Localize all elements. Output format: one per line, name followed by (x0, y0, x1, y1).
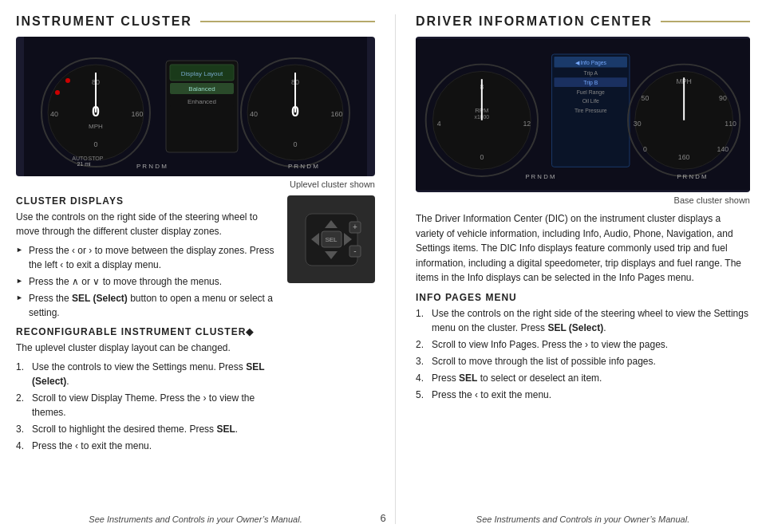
step-4: Press the ‹ to exit the menu. (16, 439, 279, 453)
info-step-2: Scroll to view Info Pages. Press the › t… (416, 337, 750, 352)
cluster-displays-body: Use the controls on the right side of th… (16, 210, 279, 238)
svg-text:+: + (353, 223, 357, 231)
cluster-bullet-list: Press the ‹ or › to move between the dis… (16, 243, 279, 320)
svg-text:4: 4 (437, 120, 441, 128)
dic-description: The Driver Information Center (DIC) on t… (416, 211, 750, 286)
reconfigurable-title: RECONFIGURABLE INSTRUMENT CLUSTER◆ (16, 326, 279, 337)
svg-text:P R N D M: P R N D M (525, 173, 555, 180)
svg-text:160: 160 (330, 110, 342, 118)
left-column: INSTRUMENT CLUSTER 80 0 40 160 0 MPH (16, 14, 375, 524)
cluster-displays-title: CLUSTER DISPLAYS (16, 195, 279, 207)
svg-text:STOP: STOP (89, 156, 104, 161)
svg-text:160: 160 (678, 153, 690, 161)
svg-text:21 mi: 21 mi (77, 161, 91, 167)
svg-text:0: 0 (293, 140, 297, 148)
info-pages-title: INFO PAGES MENU (416, 292, 750, 303)
steering-wheel-thumb: SEL + - (287, 195, 375, 283)
svg-text:-: - (353, 246, 356, 255)
svg-text:Fuel Range: Fuel Range (577, 89, 605, 96)
svg-text:◀ Info Pages: ◀ Info Pages (575, 60, 607, 66)
uplevel-cluster-image: 80 0 40 160 0 MPH AUTO STOP 21 mi Displa… (16, 37, 375, 176)
svg-text:SEL: SEL (325, 236, 338, 243)
cluster-displays-text: CLUSTER DISPLAYS Use the controls on the… (16, 195, 279, 511)
svg-text:50: 50 (642, 94, 650, 102)
svg-text:12: 12 (523, 120, 531, 128)
reconfigurable-body: The uplevel cluster display layout can b… (16, 341, 279, 355)
bullet-1: Press the ‹ or › to move between the dis… (16, 243, 279, 272)
step-2: Scroll to view Display Theme. Press the … (16, 391, 279, 420)
svg-point-31 (65, 78, 70, 83)
left-header-line (200, 21, 375, 22)
base-cluster-image: 8 4 12 0 RPM x1000 ◀ Info Pages Trip A T… (416, 37, 750, 192)
svg-text:MPH: MPH (89, 123, 103, 130)
svg-text:Trip A: Trip A (583, 70, 598, 77)
page-number: 6 (380, 512, 385, 524)
step-3: Scroll to highlight the desired theme. P… (16, 422, 279, 436)
info-step-3: Scroll to move through the list of possi… (416, 354, 750, 368)
svg-text:30: 30 (634, 120, 642, 128)
svg-text:P R N D M: P R N D M (677, 173, 706, 180)
svg-text:Oil Life: Oil Life (582, 98, 599, 104)
cluster-svg: 80 0 40 160 0 MPH AUTO STOP 21 mi Displa… (16, 37, 375, 176)
svg-text:0: 0 (643, 145, 647, 153)
svg-text:140: 140 (717, 145, 729, 153)
svg-text:Trip B: Trip B (583, 80, 598, 86)
svg-text:0: 0 (93, 140, 97, 148)
svg-text:160: 160 (131, 110, 143, 118)
svg-text:0: 0 (291, 104, 299, 120)
cluster-displays-content: CLUSTER DISPLAYS Use the controls on the… (16, 195, 375, 511)
svg-text:0: 0 (92, 104, 100, 120)
left-footer: See Instruments and Controls in your Own… (16, 511, 375, 524)
svg-text:Tire Pressure: Tire Pressure (574, 108, 607, 113)
bullet-3: Press the SEL (Select) button to open a … (16, 291, 279, 320)
right-header-line (661, 21, 750, 22)
step-1: Use the controls to view the Settings me… (16, 360, 279, 388)
svg-text:0: 0 (480, 153, 484, 161)
reconfigurable-steps: Use the controls to view the Settings me… (16, 360, 279, 453)
svg-text:90: 90 (719, 94, 727, 102)
svg-text:P R N D M: P R N D M (288, 163, 318, 170)
right-footer: See Instruments and Controls in your Own… (416, 511, 750, 524)
right-section-header: DRIVER INFORMATION CENTER (416, 14, 750, 29)
right-section-title: DRIVER INFORMATION CENTER (416, 14, 653, 29)
svg-text:P R N D M: P R N D M (136, 163, 167, 170)
column-divider (395, 14, 396, 524)
svg-point-30 (55, 90, 60, 95)
info-pages-steps: Use the controls on the right side of th… (416, 306, 750, 404)
info-step-4: Press SEL to select or deselect an item. (416, 371, 750, 385)
svg-text:Enhanced: Enhanced (188, 98, 216, 105)
base-cluster-caption: Base cluster shown (416, 195, 750, 205)
svg-text:110: 110 (725, 120, 736, 128)
page: INSTRUMENT CLUSTER 80 0 40 160 0 MPH (0, 0, 766, 532)
right-column: DRIVER INFORMATION CENTER 8 4 12 0 RPM x… (416, 14, 750, 524)
uplevel-caption: Uplevel cluster shown (16, 179, 375, 189)
svg-text:40: 40 (50, 110, 58, 118)
info-step-5: Press the ‹ to exit the menu. (416, 388, 750, 402)
left-section-title: INSTRUMENT CLUSTER (16, 14, 192, 29)
svg-text:Display Layout: Display Layout (181, 70, 223, 77)
dic-cluster-svg: 8 4 12 0 RPM x1000 ◀ Info Pages Trip A T… (416, 37, 750, 192)
svg-text:40: 40 (250, 110, 258, 118)
bullet-2: Press the ∧ or ∨ to move through the men… (16, 274, 279, 289)
left-section-header: INSTRUMENT CLUSTER (16, 14, 375, 29)
steering-wheel-svg: SEL + - (290, 198, 373, 282)
info-step-1: Use the controls on the right side of th… (416, 306, 750, 335)
svg-text:Balanced: Balanced (188, 85, 215, 93)
svg-text:AUTO: AUTO (72, 156, 88, 161)
